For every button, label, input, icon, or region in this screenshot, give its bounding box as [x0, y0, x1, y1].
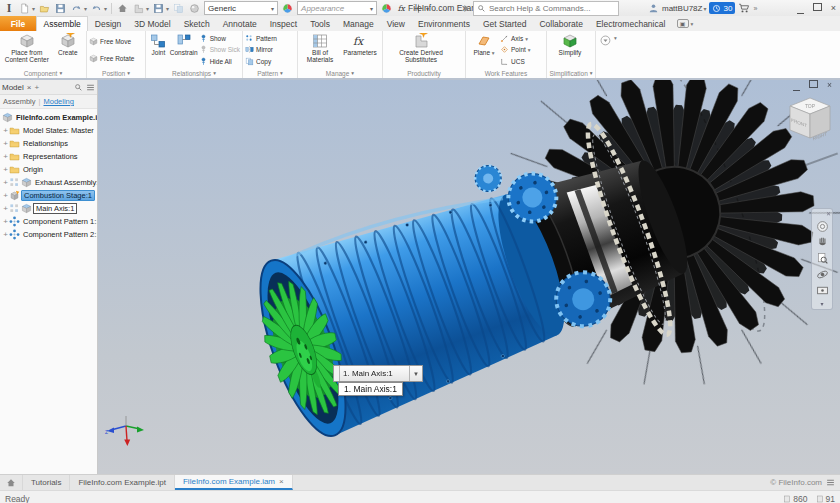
show-sick-button[interactable]: Show Sick: [199, 44, 240, 55]
simplify-button[interactable]: Simplify: [549, 32, 591, 68]
view-assembly-link[interactable]: Assembly: [3, 97, 36, 106]
navbar-menu-caret[interactable]: ▾: [820, 300, 823, 307]
pattern-panel-expander[interactable]: Pattern▾: [243, 68, 297, 78]
tab-annotate[interactable]: Annotate: [216, 16, 263, 31]
productivity-panel-expander[interactable]: Productivity: [383, 68, 465, 78]
axis-button[interactable]: Axis▾: [500, 33, 544, 44]
viewcube-top-label[interactable]: TOP: [805, 103, 816, 109]
tab-tools[interactable]: Tools: [304, 16, 337, 31]
position-panel-expander[interactable]: Position▾: [87, 68, 145, 78]
save-icon[interactable]: [54, 2, 67, 15]
user-avatar-icon[interactable]: [648, 3, 659, 14]
panel-search-icon[interactable]: [74, 83, 83, 92]
place-from-content-center-button[interactable]: Place from Content Center: [2, 32, 52, 68]
relationships-panel-expander[interactable]: Relationships▾: [146, 68, 242, 78]
tab-design[interactable]: Design: [88, 16, 127, 31]
engine-model[interactable]: [98, 80, 840, 464]
refresh-icon[interactable]: [172, 2, 185, 15]
new-file-caret[interactable]: ▾: [32, 5, 35, 12]
tab-view[interactable]: View: [380, 16, 411, 31]
search-input[interactable]: [489, 4, 615, 13]
update-caret[interactable]: ▾: [166, 5, 169, 12]
tab-list-icon[interactable]: [826, 478, 835, 487]
file-menu-button[interactable]: File: [0, 16, 36, 31]
panel-add-tab-icon[interactable]: +: [34, 83, 39, 92]
view-modeling-link[interactable]: Modeling: [43, 97, 73, 106]
navigation-wheel-icon[interactable]: [816, 220, 829, 233]
adjust-color-icon[interactable]: [380, 2, 393, 15]
tree-item-main-axis[interactable]: +Main Axis:1: [0, 202, 97, 215]
tree-item-model-states[interactable]: +Model States: Master: [0, 124, 97, 137]
update-icon[interactable]: [152, 2, 165, 15]
tree-item-representations[interactable]: +Representations: [0, 150, 97, 163]
tree-item-component-pattern-1[interactable]: +Component Pattern 1:1: [0, 215, 97, 228]
new-file-icon[interactable]: [18, 2, 31, 15]
selection-scope-dropdown[interactable]: 1. Main Axis:1 ▼: [333, 365, 423, 382]
navbar-close-icon[interactable]: ✕: [826, 210, 831, 217]
plane-button[interactable]: Plane ▾: [468, 32, 500, 68]
sketch-caret[interactable]: ▾: [146, 5, 149, 12]
doc-tab-example-iam[interactable]: FileInfo.com Example.iam×: [175, 475, 293, 490]
pattern-button[interactable]: Pattern: [245, 33, 295, 44]
ucs-button[interactable]: UCS: [500, 56, 544, 67]
create-component-button[interactable]: Create: [52, 32, 84, 68]
tree-item-relationships[interactable]: +Relationships: [0, 137, 97, 150]
joint-button[interactable]: Joint: [148, 32, 169, 68]
tab-electromechanical[interactable]: Electromechanical: [589, 16, 671, 31]
tab-inspect[interactable]: Inspect: [263, 16, 303, 31]
home-tab-icon[interactable]: [0, 475, 23, 490]
view-cube[interactable]: TOP FRONT RIGHT: [784, 92, 836, 152]
undo-caret[interactable]: ▾: [84, 5, 87, 12]
sketch-icon[interactable]: [132, 2, 145, 15]
point-button[interactable]: Point▾: [500, 44, 544, 55]
redo-caret[interactable]: ▾: [104, 5, 107, 12]
constrain-button[interactable]: Constrain: [169, 32, 199, 68]
simplification-panel-expander[interactable]: Simplification▾: [547, 68, 595, 78]
redo-icon[interactable]: [90, 2, 103, 15]
tab-environments[interactable]: Environments: [411, 16, 476, 31]
look-at-icon[interactable]: [816, 284, 829, 297]
appearance-wheel-icon[interactable]: [281, 2, 294, 15]
create-derived-substitutes-button[interactable]: Create Derived Substitutes: [385, 32, 457, 68]
user-caret[interactable]: ▾: [703, 5, 706, 12]
tree-item-origin[interactable]: +Origin: [0, 163, 97, 176]
tab-manage[interactable]: Manage: [336, 16, 380, 31]
trial-badge[interactable]: 30: [709, 2, 735, 14]
hide-all-button[interactable]: Hide All: [199, 56, 240, 67]
appearance-select[interactable]: Appearance▾: [297, 1, 377, 15]
tab-get-started[interactable]: Get Started: [476, 16, 532, 31]
tree-item-exhaust-assembly[interactable]: +Exhaust Assembly:1: [0, 176, 97, 189]
material-select[interactable]: Generic▾: [204, 1, 278, 15]
material-icon[interactable]: [188, 2, 201, 15]
username[interactable]: mattBU78Z: [662, 4, 702, 13]
undo-icon[interactable]: [70, 2, 83, 15]
manage-panel-expander[interactable]: Manage▾: [298, 68, 382, 78]
panel-menu-icon[interactable]: [86, 83, 95, 92]
copy-button[interactable]: Copy: [245, 56, 295, 67]
tab-sketch[interactable]: Sketch: [177, 16, 216, 31]
doc-tab-example-ipt[interactable]: FileInfo.com Example.ipt: [70, 475, 175, 490]
tree-item-component-pattern-2[interactable]: +Component Pattern 2:1: [0, 228, 97, 241]
pan-icon[interactable]: [816, 236, 829, 249]
graphics-viewport[interactable]: × TOP FRONT RIGHT ✕ ▾ 1. Main Axis:1 ▼ 1…: [98, 80, 840, 474]
bill-of-materials-button[interactable]: Bill of Materials: [300, 32, 340, 68]
open-icon[interactable]: [38, 2, 51, 15]
tab-overflow-icon[interactable]: ▣▾: [672, 16, 698, 31]
toolbar-overflow-icon[interactable]: »: [753, 5, 757, 12]
tab-collaborate[interactable]: Collaborate: [533, 16, 589, 31]
tree-item-root[interactable]: FileInfo.com Example.iam: [0, 111, 97, 124]
dropdown-caret[interactable]: ▼: [409, 366, 422, 381]
doc-minimize-button[interactable]: [793, 80, 800, 90]
zoom-icon[interactable]: [816, 252, 829, 265]
tree-item-combustion-stage[interactable]: +Combustion Stage:1: [0, 189, 97, 202]
help-search-box[interactable]: [473, 1, 619, 16]
tab-3d-model[interactable]: 3D Model: [128, 16, 177, 31]
tab-assemble[interactable]: Assemble: [36, 16, 88, 31]
orbit-icon[interactable]: [816, 268, 829, 281]
free-move-button[interactable]: Free Move: [89, 36, 143, 47]
doc-restore-button[interactable]: [809, 80, 818, 90]
doc-tab-tutorials[interactable]: Tutorials: [23, 475, 70, 490]
close-button[interactable]: ×: [831, 4, 836, 13]
home-icon[interactable]: [116, 2, 129, 15]
restore-button[interactable]: [813, 3, 822, 13]
